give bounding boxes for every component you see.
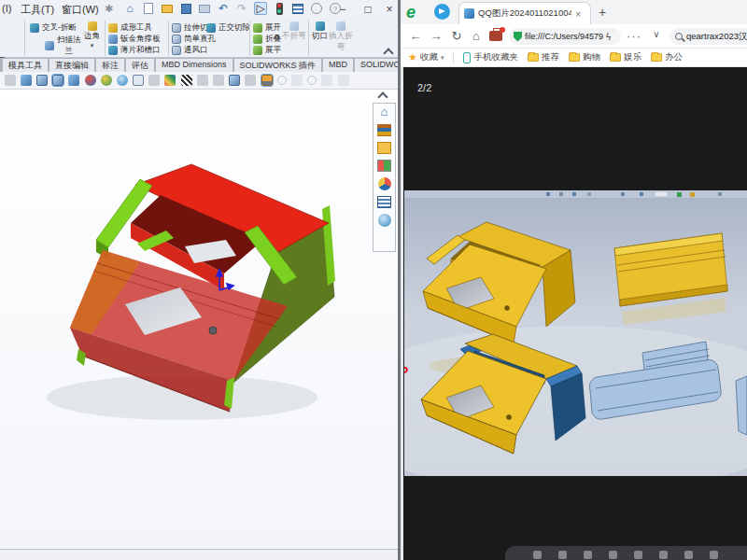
scrollbar[interactable] [401,67,403,560]
view-orientation-icon[interactable] [36,75,48,86]
solidworks-resources-icon[interactable]: ⌂ [377,106,391,119]
redo-icon[interactable]: ↷ [235,2,248,15]
design-library-icon[interactable] [377,124,391,136]
rip-button[interactable]: 切口 [312,21,328,42]
menu-insert-partial[interactable]: (I) [2,3,11,14]
rotate-left-icon[interactable] [584,551,592,559]
forming-tool-button[interactable]: 成形工具 [108,22,152,34]
back-icon[interactable]: ← [408,29,423,43]
bookmark-folder-recommend[interactable]: 推荐 [528,51,559,63]
ellipse-sketch-icon[interactable] [307,76,317,85]
full-screen-icon[interactable] [133,75,144,86]
view-palette-icon[interactable] [377,160,391,172]
search-query[interactable]: qeartrax2023汉 [686,31,747,43]
file-explorer-icon[interactable] [377,142,391,154]
download-icon[interactable] [710,551,718,559]
undo-icon[interactable]: ↶ [217,2,230,15]
browser-logo-icon[interactable]: e [406,3,425,21]
sheet-metal-gusset-button[interactable]: 钣金角撑板 [108,34,161,45]
tab-close-icon[interactable]: × [575,8,581,20]
rebuild-traffic-light-icon[interactable] [273,2,286,15]
minimize-button[interactable]: − [336,3,349,16]
options-icon[interactable] [291,2,304,15]
lights-icon[interactable] [261,75,273,86]
apply-scene-icon[interactable] [101,75,112,86]
view-settings-icon[interactable] [117,75,128,86]
favorites-menu[interactable]: ★ 收藏 ▾ [408,51,444,63]
corner-button[interactable]: 边角 ▾ [84,21,100,49]
menu-window[interactable]: 窗口(W) [62,3,99,17]
pin-icon[interactable]: ✱ [105,3,113,15]
menu-tools[interactable]: 工具(T) [21,3,54,17]
maximize-button[interactable]: □ [361,3,374,16]
prev-image-icon[interactable] [634,551,642,559]
speed-mode-icon[interactable]: ϟ [606,32,611,42]
address-bar[interactable]: file:///C:/Users/94579/I ϟ [509,28,621,45]
vent-button[interactable]: 通风口 [172,45,208,56]
rotate-right-icon[interactable] [609,551,617,559]
bookmark-folder-shopping[interactable]: 购物 [569,51,600,63]
active-browser-tab[interactable]: QQ图片20240110210047.pn × [458,2,591,24]
bookmark-mobile-favorites[interactable]: 手机收藏夹 [463,51,518,63]
image-viewer[interactable]: 2/2 [401,67,747,560]
security-shield-icon[interactable] [514,32,522,42]
new-tab-button[interactable]: + [599,5,606,20]
collapse-ribbon-icon[interactable] [383,48,393,58]
appearances-scenes-icon[interactable] [378,177,391,190]
insert-bends-button[interactable]: 插入折 弯 [329,21,353,53]
account-icon[interactable] [310,2,323,15]
flatten-button[interactable]: 展平 [253,45,281,56]
home-icon[interactable]: ⌂ [469,29,484,43]
home-icon[interactable]: ⌂ [123,2,136,15]
section-view-icon[interactable] [148,75,160,86]
cross-break-button[interactable]: 交叉-折断 [30,22,77,34]
tab-direct-editing[interactable]: 直接编辑 [49,58,95,72]
tab-and-slot-button[interactable]: 薄片和槽口 [108,45,161,56]
tab-mold-tools[interactable]: 模具工具 [2,58,49,72]
close-button[interactable]: × [383,3,396,16]
bookmark-folder-entertainment[interactable]: 娱乐 [610,51,641,63]
normal-cut-button[interactable]: 正交切除 [206,22,250,34]
workspace-icon[interactable] [489,31,502,41]
dropdown-icon[interactable]: ∨ [649,29,664,39]
bookmark-folder-office[interactable]: 办公 [651,51,683,63]
zoom-in-icon[interactable] [558,551,567,559]
perpendicular-view-icon[interactable] [245,75,256,86]
hide-show-items-icon[interactable] [68,75,79,86]
draft-analysis-icon[interactable] [197,75,208,86]
undercut-analysis-icon[interactable] [213,75,224,86]
tab-mbd[interactable]: MBD [322,58,354,72]
url-text[interactable]: file:///C:/Users/94579/I [525,32,603,41]
isolate-icon[interactable] [229,75,240,86]
open-icon[interactable] [161,2,174,15]
tab-annotation[interactable]: 标注 [95,58,125,72]
messenger-icon[interactable] [434,4,450,20]
tab-mbd-dimensions[interactable]: MBD Dimensions [155,58,233,72]
convert-entities-icon[interactable] [338,75,349,86]
refresh-icon[interactable]: ↻ [449,29,464,43]
circle-sketch-icon[interactable] [277,76,287,85]
zebra-stripes-icon[interactable] [181,75,192,86]
zoom-out-icon[interactable] [533,551,542,559]
display-style-icon[interactable] [52,75,63,86]
tab-evaluate[interactable]: 评估 [125,58,155,72]
fullscreen-icon[interactable] [684,551,693,559]
trim-sketch-icon[interactable] [321,75,332,86]
custom-properties-icon[interactable] [377,196,391,208]
sheet-metal-part-model[interactable] [0,90,398,549]
zoom-to-fit-icon[interactable] [21,75,32,86]
select-arrow-icon[interactable]: ▷ [254,2,267,15]
new-document-icon[interactable] [142,2,155,15]
viewer-toolbar[interactable] [505,546,747,560]
solidworks-forum-icon[interactable] [378,214,391,227]
appearance-palette-icon[interactable] [164,75,176,86]
forward-icon[interactable]: → [429,29,444,43]
simple-hole-button[interactable]: 简单直孔 [172,34,216,45]
line-sketch-icon[interactable] [291,75,303,86]
save-icon[interactable] [179,2,192,15]
more-menu-icon[interactable]: ··· [627,29,641,43]
swept-flange-button[interactable]: 扫描法 兰 [45,35,81,57]
previous-view-icon[interactable] [5,75,16,86]
unfold-button[interactable]: 展开 [253,22,281,34]
no-bends-button[interactable]: 不折弯 [282,21,306,42]
